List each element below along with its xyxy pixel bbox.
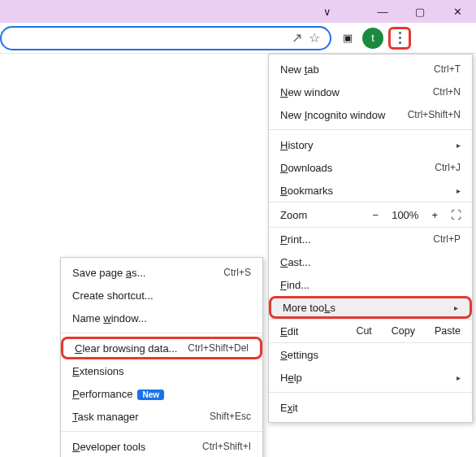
address-bar[interactable]: ↗ ☆ (0, 26, 331, 50)
sub-item-name-window[interactable]: Name window... (61, 307, 262, 329)
sub-item-task-manager[interactable]: Task manager Shift+Esc (61, 405, 262, 428)
menu-item-more-tools[interactable]: More tooLs (269, 296, 472, 319)
fullscreen-icon[interactable]: ⛶ (451, 209, 461, 221)
separator (269, 392, 472, 393)
sub-item-clear-browsing-data[interactable]: Clear browsing data... Ctrl+Shift+Del (61, 337, 262, 359)
side-panel-icon[interactable]: ▣ (338, 28, 357, 48)
separator (61, 333, 262, 333)
tab-dropdown-icon[interactable]: ∨ (309, 0, 346, 23)
bookmark-star-icon[interactable]: ☆ (305, 29, 323, 47)
separator (61, 431, 262, 432)
menu-item-edit: Edit Cut Copy Paste (269, 319, 472, 343)
edit-paste-button[interactable]: Paste (435, 325, 461, 337)
menu-item-new-window[interactable]: New window Ctrl+N (269, 81, 472, 103)
edit-copy-button[interactable]: Copy (392, 325, 415, 337)
menu-item-find[interactable]: Find... (269, 273, 472, 296)
menu-item-new-tab[interactable]: New tab Ctrl+T (269, 58, 472, 81)
zoom-out-button[interactable]: − (373, 209, 379, 221)
maximize-button[interactable]: ▢ (401, 0, 439, 23)
toolbar-row: ↗ ☆ ▣ t (0, 23, 476, 54)
menu-item-print[interactable]: Print... Ctrl+P (269, 228, 472, 250)
vertical-dots-icon (399, 32, 401, 44)
zoom-value: 100% (392, 209, 418, 221)
new-badge: New (137, 390, 164, 400)
menu-item-exit[interactable]: Exit (269, 396, 472, 419)
toolbar-actions: ▣ t (338, 27, 411, 50)
share-icon[interactable]: ↗ (288, 29, 305, 47)
separator (269, 129, 472, 130)
zoom-label: Zoom (280, 209, 329, 221)
sub-item-performance[interactable]: PerformanceNew (61, 382, 262, 405)
zoom-in-button[interactable]: + (431, 209, 438, 221)
sub-item-developer-tools[interactable]: Developer tools Ctrl+Shift+I (61, 435, 262, 457)
more-tools-submenu: Save page as... Ctrl+S Create shortcut..… (60, 257, 263, 457)
edit-cut-button[interactable]: Cut (356, 325, 371, 337)
sub-item-create-shortcut[interactable]: Create shortcut... (61, 284, 262, 307)
menu-item-bookmarks[interactable]: Bookmarks (269, 179, 472, 202)
menu-item-new-incognito[interactable]: New Incognito window Ctrl+Shift+N (269, 103, 472, 126)
window-titlebar: ∨ — ▢ ✕ (0, 0, 476, 23)
chrome-main-menu: New tab Ctrl+T New window Ctrl+N New Inc… (268, 54, 473, 423)
menu-item-downloads[interactable]: Downloads Ctrl+J (269, 156, 472, 179)
menu-item-cast[interactable]: Cast... (269, 250, 472, 273)
menu-item-history[interactable]: History (269, 133, 472, 156)
menu-item-zoom: Zoom − 100% + ⛶ (269, 202, 472, 228)
menu-item-settings[interactable]: Settings (269, 343, 472, 366)
minimize-button[interactable]: — (364, 0, 401, 23)
close-button[interactable]: ✕ (439, 0, 476, 23)
menu-item-help[interactable]: Help (269, 366, 472, 389)
profile-avatar[interactable]: t (362, 28, 383, 49)
more-menu-button[interactable] (388, 27, 411, 50)
sub-item-save-page[interactable]: Save page as... Ctrl+S (61, 261, 262, 284)
sub-item-extensions[interactable]: Extensions (61, 359, 262, 382)
